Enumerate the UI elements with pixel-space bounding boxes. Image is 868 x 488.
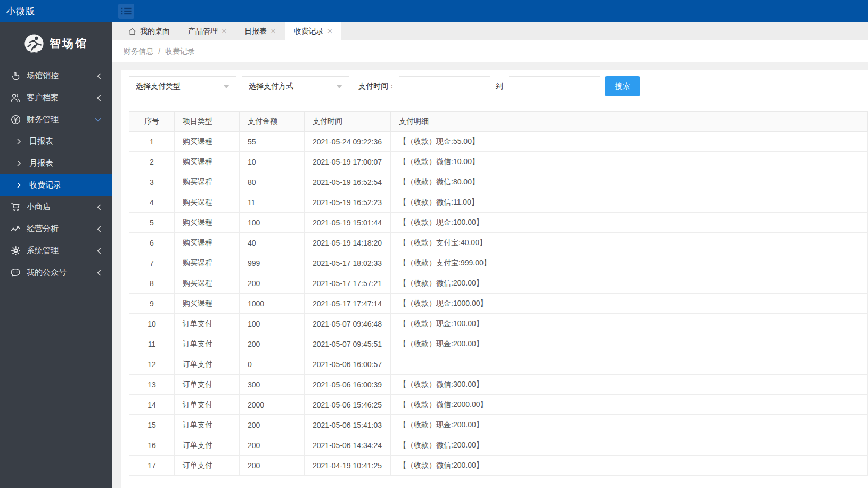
cell-index: 16 [129, 435, 175, 456]
cell-pay-detail: 【（收款）现金:100.00】 [391, 314, 868, 334]
chevron-left-icon [97, 270, 101, 276]
pay-time-to-input[interactable] [509, 76, 600, 96]
venue-sales-icon [10, 71, 21, 81]
sidebar-subitem-monthly-report[interactable]: 月报表 [0, 152, 112, 174]
cell-pay-time: 2021-05-06 16:00:57 [305, 354, 391, 375]
top-header: 小微版 [0, 0, 868, 22]
cell-pay-time: 2021-05-19 16:52:54 [305, 172, 391, 192]
cell-index: 12 [129, 354, 175, 375]
cell-item-type: 购买课程 [175, 152, 240, 172]
cell-pay-time: 2021-04-19 10:41:25 [305, 456, 391, 476]
sidebar-item-business-analysis[interactable]: 经营分析 [0, 218, 112, 240]
sidebar: 智场馆 场馆销控 客户档案 [0, 22, 112, 488]
tab-label: 日报表 [244, 27, 267, 36]
cell-pay-time: 2021-05-07 09:45:51 [305, 334, 391, 354]
cell-index: 15 [129, 415, 175, 435]
table-row: 9 购买课程 1000 2021-05-17 17:47:14 【（收款）现金:… [129, 294, 868, 314]
cell-index: 11 [129, 334, 175, 354]
sidebar-subitem-label: 月报表 [29, 158, 53, 168]
sidebar-item-my-official-account[interactable]: 我的公众号 [0, 262, 112, 283]
breadcrumb-section[interactable]: 财务信息 [124, 47, 153, 56]
table-row: 13 订单支付 300 2021-05-06 16:00:39 【（收款）微信:… [129, 375, 868, 395]
sidebar-item-label: 小商店 [27, 202, 51, 212]
sidebar-subitem-label: 收费记录 [29, 180, 61, 190]
records-table: 序号 项目类型 支付金额 支付时间 支付明细 1 购买课程 55 2021-05… [129, 111, 868, 476]
sidebar-nav: 场馆销控 客户档案 [0, 65, 112, 283]
cell-pay-detail: 【（收款）微信:200.00】 [391, 456, 868, 476]
wechat-icon [10, 267, 21, 278]
cell-pay-detail: 【（收款）微信:200.00】 [391, 435, 868, 456]
cell-pay-detail: 【（收款）支付宝:40.00】 [391, 233, 868, 253]
runner-logo-icon [24, 34, 44, 54]
sidebar-toggle-button[interactable] [118, 4, 134, 19]
table-row: 2 购买课程 10 2021-05-19 17:00:07 【（收款）微信:10… [129, 152, 868, 172]
pay-type-select-value: 选择支付类型 [136, 82, 181, 91]
cell-pay-time: 2021-05-17 18:02:33 [305, 253, 391, 273]
sidebar-item-system-management[interactable]: 系统管理 [0, 240, 112, 262]
chevron-right-icon [17, 160, 21, 166]
app-window: 小微版 智场馆 [0, 0, 868, 488]
pay-method-select[interactable]: 选择支付方式 [242, 76, 349, 96]
chevron-right-icon [17, 139, 21, 144]
cell-amount: 200 [240, 435, 305, 456]
cell-pay-detail: 【（收款）现金:55.00】 [391, 132, 868, 152]
cell-amount: 200 [240, 456, 305, 476]
finance-icon [10, 115, 21, 125]
column-header-item-type: 项目类型 [175, 112, 240, 132]
cell-index: 8 [129, 273, 175, 294]
close-icon[interactable]: × [222, 27, 226, 36]
search-button[interactable]: 搜索 [605, 76, 640, 96]
sidebar-item-finance[interactable]: 财务管理 [0, 109, 112, 131]
cell-pay-time: 2021-05-17 17:47:14 [305, 294, 391, 314]
cell-pay-time: 2021-05-17 17:57:21 [305, 273, 391, 294]
chevron-left-icon [97, 204, 101, 210]
pay-type-select[interactable]: 选择支付类型 [129, 76, 236, 96]
cell-pay-time: 2021-05-06 15:46:25 [305, 395, 391, 415]
content-area: 选择支付类型 选择支付方式 支付时间： 到 搜索 [112, 62, 868, 488]
records-table-body: 1 购买课程 55 2021-05-24 09:22:36 【（收款）现金:55… [129, 132, 868, 476]
cell-index: 5 [129, 213, 175, 233]
cell-index: 4 [129, 192, 175, 213]
cell-index: 2 [129, 152, 175, 172]
filter-bar: 选择支付类型 选择支付方式 支付时间： 到 搜索 [129, 76, 868, 96]
tab-fee-records[interactable]: 收费记录 × [285, 22, 341, 40]
cell-item-type: 购买课程 [175, 273, 240, 294]
cell-item-type: 订单支付 [175, 415, 240, 435]
settings-icon [10, 246, 21, 256]
tab-my-desktop[interactable]: 我的桌面 [119, 22, 179, 40]
cell-amount: 200 [240, 334, 305, 354]
cell-item-type: 购买课程 [175, 294, 240, 314]
cell-pay-time: 2021-05-19 14:18:20 [305, 233, 391, 253]
app-logo: 智场馆 [0, 22, 112, 65]
tab-daily-report[interactable]: 日报表 × [235, 22, 284, 40]
to-label: 到 [496, 82, 503, 91]
cell-amount: 40 [240, 233, 305, 253]
cell-index: 6 [129, 233, 175, 253]
pay-time-from-input[interactable] [399, 76, 490, 96]
cell-pay-detail: 【（收款）微信:2000.00】 [391, 395, 868, 415]
cell-pay-detail: 【（收款）微信:200.00】 [391, 273, 868, 294]
sidebar-item-small-shop[interactable]: 小商店 [0, 196, 112, 218]
cell-amount: 999 [240, 253, 305, 273]
cell-index: 10 [129, 314, 175, 334]
cell-index: 17 [129, 456, 175, 476]
table-row: 6 购买课程 40 2021-05-19 14:18:20 【（收款）支付宝:4… [129, 233, 868, 253]
close-icon[interactable]: × [327, 27, 332, 36]
table-row: 16 订单支付 200 2021-05-06 14:34:24 【（收款）微信:… [129, 435, 868, 456]
table-row: 11 订单支付 200 2021-05-07 09:45:51 【（收款）现金:… [129, 334, 868, 354]
sidebar-item-customer-files[interactable]: 客户档案 [0, 87, 112, 109]
cell-index: 13 [129, 375, 175, 395]
sidebar-subitem-daily-report[interactable]: 日报表 [0, 131, 112, 152]
sidebar-item-venue-sales[interactable]: 场馆销控 [0, 65, 112, 87]
sidebar-item-label: 我的公众号 [27, 267, 67, 278]
tab-product-management[interactable]: 产品管理 × [179, 22, 235, 40]
cell-pay-time: 2021-05-06 14:34:24 [305, 435, 391, 456]
sidebar-item-label: 客户档案 [27, 93, 59, 103]
sidebar-subitem-fee-records[interactable]: 收费记录 [0, 174, 112, 196]
table-row: 8 购买课程 200 2021-05-17 17:57:21 【（收款）微信:2… [129, 273, 868, 294]
cell-item-type: 订单支付 [175, 375, 240, 395]
cell-item-type: 订单支付 [175, 456, 240, 476]
sidebar-item-label: 财务管理 [27, 115, 59, 125]
close-icon[interactable]: × [271, 27, 275, 36]
chevron-left-icon [97, 226, 101, 232]
